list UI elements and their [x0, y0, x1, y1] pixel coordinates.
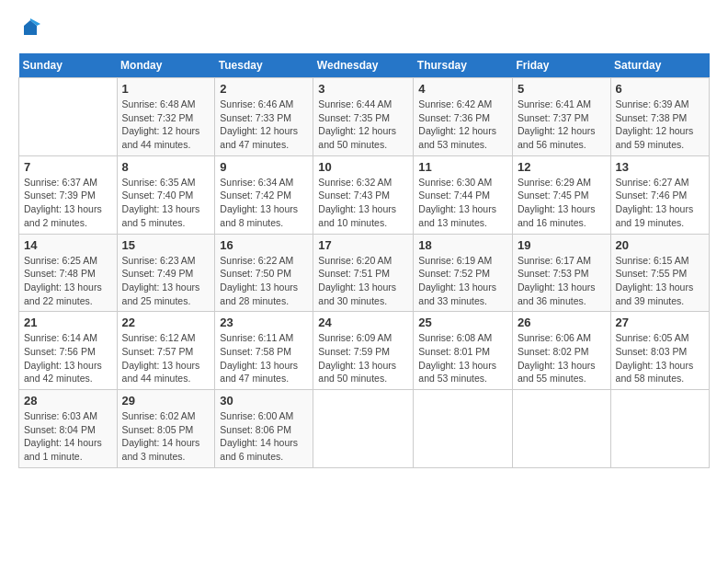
day-info: Sunrise: 6:03 AMSunset: 8:04 PMDaylight:…	[24, 410, 102, 462]
day-number: 4	[418, 82, 507, 96]
day-info: Sunrise: 6:19 AMSunset: 7:52 PMDaylight:…	[418, 255, 496, 306]
calendar-cell: 10 Sunrise: 6:32 AMSunset: 7:43 PMDaylig…	[313, 155, 414, 234]
calendar-cell: 17 Sunrise: 6:20 AMSunset: 7:51 PMDaylig…	[313, 234, 414, 312]
day-info: Sunrise: 6:25 AMSunset: 7:48 PMDaylight:…	[24, 255, 102, 306]
day-number: 23	[220, 316, 308, 329]
day-header-monday: Monday	[117, 53, 215, 78]
day-info: Sunrise: 6:34 AMSunset: 7:42 PMDaylight:…	[220, 177, 298, 228]
day-number: 24	[318, 316, 408, 329]
calendar-cell: 24 Sunrise: 6:09 AMSunset: 7:59 PMDaylig…	[313, 312, 414, 390]
calendar-cell: 16 Sunrise: 6:22 AMSunset: 7:50 PMDaylig…	[215, 234, 313, 312]
day-header-wednesday: Wednesday	[313, 53, 414, 78]
calendar-cell: 7 Sunrise: 6:37 AMSunset: 7:39 PMDayligh…	[19, 155, 118, 234]
day-info: Sunrise: 6:17 AMSunset: 7:53 PMDaylight:…	[518, 255, 596, 306]
day-number: 1	[122, 82, 210, 96]
calendar-cell	[313, 390, 414, 468]
day-info: Sunrise: 6:06 AMSunset: 8:02 PMDaylight:…	[518, 332, 596, 384]
calendar-cell: 30 Sunrise: 6:00 AMSunset: 8:06 PMDaylig…	[215, 390, 313, 468]
day-info: Sunrise: 6:27 AMSunset: 7:46 PMDaylight:…	[616, 177, 694, 228]
calendar-week-3: 14 Sunrise: 6:25 AMSunset: 7:48 PMDaylig…	[19, 234, 710, 312]
day-info: Sunrise: 6:00 AMSunset: 8:06 PMDaylight:…	[220, 410, 298, 462]
day-header-friday: Friday	[512, 53, 610, 78]
day-info: Sunrise: 6:08 AMSunset: 8:01 PMDaylight:…	[418, 332, 496, 384]
calendar-week-5: 28 Sunrise: 6:03 AMSunset: 8:04 PMDaylig…	[19, 390, 710, 468]
calendar-week-1: 1 Sunrise: 6:48 AMSunset: 7:32 PMDayligh…	[19, 78, 710, 156]
day-number: 3	[318, 82, 408, 96]
calendar-week-4: 21 Sunrise: 6:14 AMSunset: 7:56 PMDaylig…	[19, 312, 710, 390]
calendar-cell: 9 Sunrise: 6:34 AMSunset: 7:42 PMDayligh…	[215, 155, 313, 234]
day-info: Sunrise: 6:09 AMSunset: 7:59 PMDaylight:…	[318, 332, 396, 384]
day-info: Sunrise: 6:41 AMSunset: 7:37 PMDaylight:…	[518, 98, 596, 150]
day-number: 8	[122, 160, 210, 174]
day-info: Sunrise: 6:12 AMSunset: 7:57 PMDaylight:…	[122, 332, 200, 384]
calendar-table: SundayMondayTuesdayWednesdayThursdayFrid…	[18, 53, 710, 468]
day-number: 11	[418, 160, 507, 174]
day-number: 5	[518, 82, 606, 96]
calendar-cell: 3 Sunrise: 6:44 AMSunset: 7:35 PMDayligh…	[313, 78, 414, 156]
calendar-cell: 15 Sunrise: 6:23 AMSunset: 7:49 PMDaylig…	[117, 234, 215, 312]
calendar-cell: 4 Sunrise: 6:42 AMSunset: 7:36 PMDayligh…	[414, 78, 513, 156]
day-info: Sunrise: 6:11 AMSunset: 7:58 PMDaylight:…	[220, 332, 298, 384]
day-number: 27	[616, 316, 704, 329]
day-info: Sunrise: 6:22 AMSunset: 7:50 PMDaylight:…	[220, 255, 298, 306]
calendar-cell: 13 Sunrise: 6:27 AMSunset: 7:46 PMDaylig…	[610, 155, 709, 234]
day-number: 9	[220, 160, 308, 174]
day-info: Sunrise: 6:23 AMSunset: 7:49 PMDaylight:…	[122, 255, 200, 306]
day-info: Sunrise: 6:20 AMSunset: 7:51 PMDaylight:…	[318, 255, 396, 306]
calendar-cell: 18 Sunrise: 6:19 AMSunset: 7:52 PMDaylig…	[414, 234, 513, 312]
day-info: Sunrise: 6:48 AMSunset: 7:32 PMDaylight:…	[122, 98, 200, 150]
day-number: 17	[318, 238, 408, 252]
day-number: 26	[518, 316, 606, 329]
day-number: 21	[24, 316, 112, 329]
day-number: 25	[418, 316, 507, 329]
day-number: 13	[616, 160, 704, 174]
day-info: Sunrise: 6:32 AMSunset: 7:43 PMDaylight:…	[318, 177, 396, 228]
logo	[18, 18, 40, 39]
day-info: Sunrise: 6:30 AMSunset: 7:44 PMDaylight:…	[418, 177, 496, 228]
calendar-cell: 12 Sunrise: 6:29 AMSunset: 7:45 PMDaylig…	[512, 155, 610, 234]
logo-icon	[20, 18, 40, 39]
calendar-cell: 20 Sunrise: 6:15 AMSunset: 7:55 PMDaylig…	[610, 234, 709, 312]
calendar-cell	[414, 390, 513, 468]
calendar-cell: 6 Sunrise: 6:39 AMSunset: 7:38 PMDayligh…	[610, 78, 709, 156]
calendar-cell: 25 Sunrise: 6:08 AMSunset: 8:01 PMDaylig…	[414, 312, 513, 390]
day-info: Sunrise: 6:02 AMSunset: 8:05 PMDaylight:…	[122, 410, 200, 462]
day-info: Sunrise: 6:42 AMSunset: 7:36 PMDaylight:…	[418, 98, 496, 150]
day-number: 19	[518, 238, 606, 252]
day-info: Sunrise: 6:37 AMSunset: 7:39 PMDaylight:…	[24, 177, 102, 228]
calendar-cell: 5 Sunrise: 6:41 AMSunset: 7:37 PMDayligh…	[512, 78, 610, 156]
calendar-cell: 11 Sunrise: 6:30 AMSunset: 7:44 PMDaylig…	[414, 155, 513, 234]
page-header	[18, 18, 710, 39]
day-info: Sunrise: 6:29 AMSunset: 7:45 PMDaylight:…	[518, 177, 596, 228]
calendar-cell: 23 Sunrise: 6:11 AMSunset: 7:58 PMDaylig…	[215, 312, 313, 390]
day-info: Sunrise: 6:14 AMSunset: 7:56 PMDaylight:…	[24, 332, 102, 384]
day-info: Sunrise: 6:05 AMSunset: 8:03 PMDaylight:…	[616, 332, 694, 384]
day-info: Sunrise: 6:39 AMSunset: 7:38 PMDaylight:…	[616, 98, 694, 150]
day-number: 15	[122, 238, 210, 252]
day-number: 12	[518, 160, 606, 174]
day-header-tuesday: Tuesday	[215, 53, 313, 78]
day-info: Sunrise: 6:44 AMSunset: 7:35 PMDaylight:…	[318, 98, 396, 150]
calendar-cell	[19, 78, 118, 156]
calendar-cell	[610, 390, 709, 468]
calendar-cell: 19 Sunrise: 6:17 AMSunset: 7:53 PMDaylig…	[512, 234, 610, 312]
day-number: 16	[220, 238, 308, 252]
calendar-cell: 27 Sunrise: 6:05 AMSunset: 8:03 PMDaylig…	[610, 312, 709, 390]
calendar-cell: 14 Sunrise: 6:25 AMSunset: 7:48 PMDaylig…	[19, 234, 118, 312]
day-info: Sunrise: 6:46 AMSunset: 7:33 PMDaylight:…	[220, 98, 298, 150]
day-number: 28	[24, 394, 112, 408]
calendar-week-2: 7 Sunrise: 6:37 AMSunset: 7:39 PMDayligh…	[19, 155, 710, 234]
calendar-cell: 8 Sunrise: 6:35 AMSunset: 7:40 PMDayligh…	[117, 155, 215, 234]
calendar-cell	[512, 390, 610, 468]
calendar-cell: 1 Sunrise: 6:48 AMSunset: 7:32 PMDayligh…	[117, 78, 215, 156]
calendar-cell: 29 Sunrise: 6:02 AMSunset: 8:05 PMDaylig…	[117, 390, 215, 468]
day-number: 20	[616, 238, 704, 252]
day-header-saturday: Saturday	[610, 53, 709, 78]
day-number: 10	[318, 160, 408, 174]
calendar-cell: 2 Sunrise: 6:46 AMSunset: 7:33 PMDayligh…	[215, 78, 313, 156]
day-number: 29	[122, 394, 210, 408]
calendar-cell: 21 Sunrise: 6:14 AMSunset: 7:56 PMDaylig…	[19, 312, 118, 390]
day-number: 18	[418, 238, 507, 252]
day-number: 30	[220, 394, 308, 408]
day-number: 7	[24, 160, 112, 174]
